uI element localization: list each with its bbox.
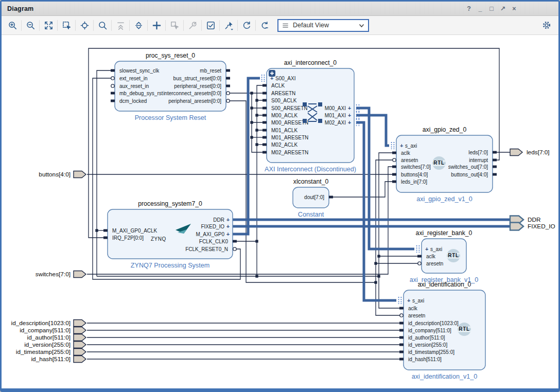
external-port-buttons[4:0][interactable]: buttons[4:0] [39, 171, 86, 178]
validate-design-button[interactable] [203, 19, 218, 32]
port-axi_interconnect_0-ACLK[interactable]: ACLK [262, 83, 285, 88]
external-port-FIXED_IO[interactable]: FIXED_IO [510, 223, 555, 230]
label: switches_out[7:0] [448, 164, 488, 170]
block-processing_system7_0[interactable]: processing_system7_0ZYNQ7 Processing Sys… [103, 200, 237, 269]
close-button[interactable]: × [510, 5, 518, 13]
block-axi_register_bank_0[interactable]: axi_register_bank_0axi_register_bank_v1_… [410, 229, 479, 283]
port-axi_gpio_zed_0-s_axi[interactable]: +s_axi [400, 142, 417, 149]
wire-xlconstant-dout-to-leds_in[interactable] [329, 182, 393, 197]
label: M01_ACLK [271, 128, 297, 133]
external-port-label: id_author[511:0] [27, 334, 71, 341]
minimize-button[interactable]: _ [476, 5, 484, 13]
toolbar-separator [183, 20, 184, 31]
toolbar-separator [165, 20, 166, 31]
expand-hierarchy-button[interactable] [131, 19, 146, 32]
label: M02_ARESETN [271, 150, 308, 155]
label: IRQ_F2P[0:0] [112, 235, 144, 241]
port-axi_identification_0-s_axi[interactable]: +s_axi [407, 297, 424, 304]
zoom-out-button[interactable] [23, 19, 38, 32]
block-proc_sys_reset_0[interactable]: proc_sys_reset_0Processor System Resetsl… [111, 52, 230, 121]
label: M_AXI_GP0 [196, 231, 224, 237]
external-port-id_description[1023:0][interactable]: id_description[1023:0] [11, 319, 86, 327]
wire-peripheral_aresetn[interactable] [376, 282, 400, 315]
label: leds[7:0] [468, 150, 488, 155]
block-title-axi_register_bank_0: axi_register_bank_0 [416, 229, 472, 237]
label: peripheral_reset[0:0] [174, 83, 221, 89]
external-port-id_version[255:0][interactable]: id_version[255:0] [24, 341, 86, 348]
block-subtitle-processing_system7_0: ZYNQ7 Processing System [131, 262, 209, 269]
port-processing_system7_0-DDR[interactable]: DDR+ [213, 217, 230, 223]
pin-button[interactable] [221, 19, 236, 32]
label: mb_debug_sys_rst [119, 91, 163, 96]
add-ip-button[interactable] [149, 19, 164, 32]
block-axi_identification_0[interactable]: axi_identification_0axi_identification_v… [399, 281, 485, 380]
label: aux_reset_in [119, 83, 149, 89]
view-selector-dropdown[interactable]: Default View [277, 19, 369, 32]
label: aclk [426, 254, 436, 259]
fit-selection-button[interactable] [77, 19, 92, 32]
wire-junction [374, 281, 377, 283]
external-port-id_hash[511:0][interactable]: id_hash[511:0] [31, 355, 86, 363]
interface-wire-M01_AXI-to-gpio[interactable] [356, 115, 389, 146]
diagram-canvas[interactable]: proc_sys_reset_0Processor System Resetsl… [2, 35, 558, 389]
external-port-id_timestamp[255:0][interactable]: id_timestamp[255:0] [16, 348, 86, 355]
wire-junction [255, 143, 258, 146]
block-title-axi_interconnect_0: axi_interconnect_0 [284, 59, 337, 66]
wire-fclk_clk0[interactable] [257, 85, 262, 241]
label: + [348, 119, 351, 126]
regenerate-layout-button[interactable] [257, 19, 272, 32]
collapse-hierarchy-button [113, 19, 128, 32]
external-port-label: leds[7:0] [527, 149, 550, 156]
maximize-button[interactable]: □ [487, 5, 496, 13]
label: ACLK [271, 83, 285, 88]
external-port-id_company[511:0][interactable]: id_company[511:0] [20, 327, 86, 334]
refresh-button[interactable] [239, 19, 254, 32]
block-design-svg: proc_sys_reset_0Processor System Resetsl… [2, 35, 558, 389]
zoom-fit-button[interactable] [41, 19, 56, 32]
label: + [226, 223, 230, 229]
wire-junction [374, 262, 377, 264]
label: + [226, 217, 230, 223]
view-selector-value: Default View [293, 22, 329, 29]
external-port-switches[7:0][interactable]: switches[7:0] [36, 271, 86, 278]
external-port-label: id_company[511:0] [20, 327, 71, 334]
port-axi_register_bank_0-s_axi[interactable]: +s_axi [425, 246, 442, 252]
label: + [407, 297, 410, 304]
rtl-icon: RTL [432, 156, 446, 170]
help-button[interactable]: ? [465, 5, 473, 13]
external-port-label: DDR [528, 216, 541, 223]
wire-junction [255, 275, 258, 277]
block-title-proc_sys_reset_0: proc_sys_reset_0 [146, 52, 195, 59]
port-axi_identification_0-aclk[interactable]: aclk [399, 306, 418, 311]
block-axi_gpio_zed_0[interactable]: axi_gpio_zed_0axi_gpio_zed_v1_0+s_axiacl… [392, 126, 497, 203]
port-axi_identification_0-id_description[1023:0][interactable]: id_description[1023:0] [399, 320, 459, 326]
wire-junction [95, 229, 98, 231]
search-button[interactable] [95, 19, 110, 32]
wire-junction [255, 240, 258, 242]
interface-wire-M02_AXI-to-identification[interactable] [356, 122, 396, 300]
label: aclk [401, 150, 411, 156]
toolbar-separator [201, 20, 202, 31]
port-axi_register_bank_0-aclk[interactable]: aclk [417, 254, 436, 259]
wire-fclk_clk0[interactable] [379, 153, 393, 276]
external-port-label: switches[7:0] [36, 271, 71, 278]
wire-fclk_clk0[interactable] [379, 276, 400, 308]
port-axi_identification_0-id_timestamp[255:0][interactable]: id_timestamp[255:0] [399, 349, 454, 355]
label: s_axi [412, 298, 424, 304]
zoom-in-button[interactable] [5, 19, 20, 32]
toolbar-separator [39, 20, 40, 31]
float-button[interactable]: ↗ [499, 5, 507, 13]
label: S00_ACLK [271, 98, 297, 103]
block-axi_interconnect_0[interactable]: axi_interconnect_0AXI Interconnect (Disc… [262, 59, 356, 173]
zoom-to-selection-button[interactable] [59, 19, 74, 32]
diagram-settings-button[interactable] [542, 21, 551, 30]
port-axi_gpio_zed_0-aclk[interactable]: aclk [392, 150, 411, 156]
label: + [400, 142, 403, 149]
port-proc_sys_reset_0-peripheral_aresetn[0:0][interactable]: peripheral_aresetn[0:0] [168, 98, 230, 104]
label: M00_AXI [325, 105, 346, 111]
block-xlconstant_0[interactable]: xlconstant_0Constantdout[7:0] [293, 178, 333, 218]
external-port-id_author[511:0][interactable]: id_author[511:0] [27, 334, 86, 341]
label: FCLK_CLK0 [199, 239, 229, 244]
external-port-leds[7:0][interactable]: leds[7:0] [510, 149, 550, 156]
port-proc_sys_reset_0-interconnect_aresetn[0:0][interactable]: interconnect_aresetn[0:0] [163, 91, 230, 96]
